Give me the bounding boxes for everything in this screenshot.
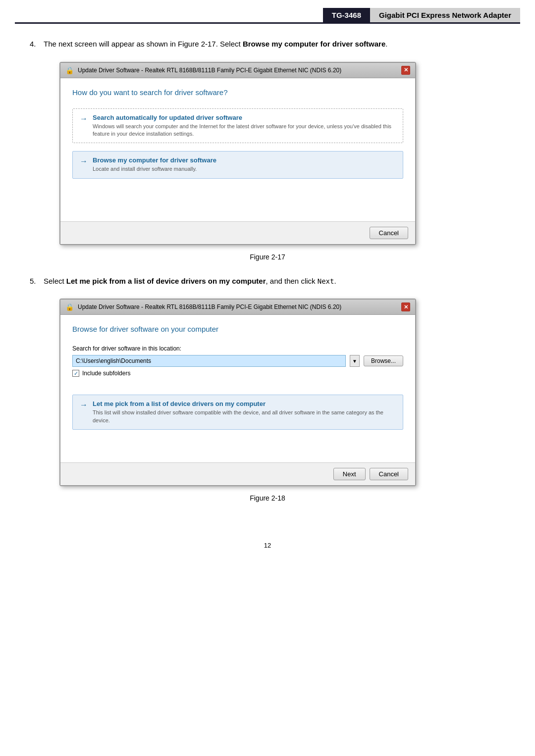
dialog2-footer: Next Cancel	[60, 462, 415, 485]
dialog1-option1-title: Search automatically for updated driver …	[93, 114, 396, 121]
dialog1-option2-content: Browse my computer for driver software L…	[93, 156, 216, 173]
step-4-text-after: .	[385, 40, 387, 48]
dialog1-option2[interactable]: → Browse my computer for driver software…	[72, 151, 403, 178]
dialog1-spacer	[72, 187, 403, 211]
model-tag: TG-3468	[323, 8, 370, 22]
dialog1-close-button[interactable]: ✕	[401, 66, 410, 75]
browse-label: Search for driver software in this locat…	[72, 345, 403, 352]
arrow-icon-3: →	[80, 401, 88, 409]
step-4-text-before: The next screen will appear as shown in …	[44, 40, 243, 48]
dialog2-browse-title: Browse for driver software on your compu…	[72, 325, 403, 333]
figure-2-18-caption: Figure 2-18	[30, 494, 505, 502]
dialog1-option1-desc: Windows will search your computer and th…	[93, 123, 396, 138]
step-5-bold: Let me pick from a list of device driver…	[66, 277, 266, 285]
dialog1-option1-content: Search automatically for updated driver …	[93, 114, 396, 138]
dialog-figure-2-17: 🔒 Update Driver Software - Realtek RTL 8…	[59, 62, 416, 245]
dialog1-option2-desc: Locate and install driver software manua…	[93, 165, 216, 173]
dialog2-title-left: 🔒 Update Driver Software - Realtek RTL 8…	[65, 303, 341, 311]
dialog2-title-text: Update Driver Software - Realtek RTL 816…	[78, 303, 341, 310]
dialog2-next-button[interactable]: Next	[333, 468, 366, 480]
dialog2-close-button[interactable]: ✕	[401, 302, 410, 311]
dialog2-option[interactable]: → Let me pick from a list of device driv…	[72, 395, 403, 430]
dialog1-title-left: 🔒 Update Driver Software - Realtek RTL 8…	[65, 66, 341, 74]
dialog2-body: Browse for driver software on your compu…	[60, 315, 415, 462]
dialog1-title-text: Update Driver Software - Realtek RTL 816…	[78, 67, 341, 74]
dialog2-option-title: Let me pick from a list of device driver…	[93, 400, 396, 407]
step-4: 4. The next screen will appear as shown …	[30, 39, 505, 50]
header-right: TG-3468 Gigabit PCI Express Network Adap…	[323, 8, 520, 22]
browse-dropdown-arrow[interactable]: ▼	[350, 355, 360, 367]
browse-row: C:\Users\english\Documents ▼ Browse...	[72, 355, 403, 367]
dialog2-option-content: Let me pick from a list of device driver…	[93, 400, 396, 424]
dialog2-option-desc: This list will show installed driver sof…	[93, 409, 396, 424]
shield-icon: 🔒	[65, 66, 74, 74]
dialog1-option1[interactable]: → Search automatically for updated drive…	[72, 108, 403, 144]
shield-icon-2: 🔒	[65, 303, 74, 311]
checkbox-row: ✓ Include subfolders	[72, 370, 403, 377]
step-5-number: 5.	[30, 276, 44, 285]
page-header: TG-3468 Gigabit PCI Express Network Adap…	[15, 8, 520, 24]
arrow-icon-1: →	[80, 114, 88, 123]
include-subfolders-label: Include subfolders	[82, 370, 130, 377]
dialog2-titlebar: 🔒 Update Driver Software - Realtek RTL 8…	[60, 300, 415, 315]
dialog1-titlebar: 🔒 Update Driver Software - Realtek RTL 8…	[60, 63, 415, 78]
arrow-icon-2: →	[80, 157, 88, 166]
step-4-text: The next screen will appear as shown in …	[44, 39, 387, 50]
step-4-bold: Browse my computer for driver software	[243, 40, 385, 48]
include-subfolders-checkbox[interactable]: ✓	[72, 370, 79, 377]
dialog1-option2-title: Browse my computer for driver software	[93, 156, 216, 164]
browse-button[interactable]: Browse...	[364, 355, 403, 366]
step-5-text: Select Let me pick from a list of device…	[44, 276, 336, 287]
dialog2-spacer2	[72, 438, 403, 453]
browse-path-input[interactable]: C:\Users\english\Documents	[72, 355, 346, 367]
dialog1-body: How do you want to search for driver sof…	[60, 78, 415, 221]
header-left	[15, 8, 323, 22]
product-tag: Gigabit PCI Express Network Adapter	[370, 8, 520, 22]
dialog2-spacer	[72, 385, 403, 395]
dialog1-cancel-button[interactable]: Cancel	[370, 227, 408, 239]
dialog1-footer: Cancel	[60, 221, 415, 244]
browse-section: Search for driver software in this locat…	[72, 345, 403, 377]
step-5-text-before: Select	[44, 277, 66, 285]
step-5: 5. Select Let me pick from a list of dev…	[30, 276, 505, 287]
dialog1-question: How do you want to search for driver sof…	[72, 88, 403, 97]
dialog-figure-2-18: 🔒 Update Driver Software - Realtek RTL 8…	[59, 299, 416, 486]
figure-2-17-caption: Figure 2-17	[30, 253, 505, 261]
step-4-number: 4.	[30, 39, 44, 48]
step-5-text-after: .	[334, 277, 336, 285]
step-5-mono: Next	[318, 277, 334, 285]
step-5-text-middle: , and then click	[266, 277, 317, 285]
page-number: 12	[0, 532, 535, 559]
page-content: 4. The next screen will appear as shown …	[0, 24, 535, 532]
dialog2-cancel-button[interactable]: Cancel	[370, 468, 408, 480]
